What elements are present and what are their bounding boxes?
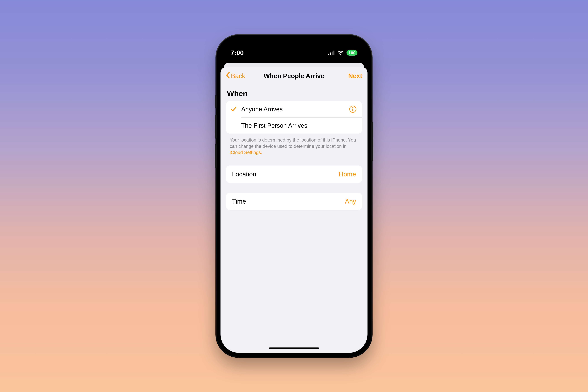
svg-rect-3 [333, 50, 334, 55]
next-label: Next [348, 72, 362, 80]
dynamic-island [270, 45, 318, 59]
when-options-card: Anyone Arrives The First Person Arrives [226, 101, 362, 134]
option-label: The First Person Arrives [241, 122, 356, 129]
status-right-cluster: 100 [328, 50, 358, 56]
wifi-icon [338, 50, 344, 55]
location-row[interactable]: Location Home [226, 166, 362, 183]
time-value: Any [345, 198, 356, 205]
location-key: Location [232, 170, 256, 178]
status-time: 7:00 [230, 49, 244, 56]
option-anyone-arrives[interactable]: Anyone Arrives [226, 101, 362, 117]
page-title: When People Arrive [251, 72, 337, 80]
side-button-silence [215, 95, 216, 108]
side-button-power [372, 122, 373, 161]
chevron-left-icon [226, 72, 230, 80]
location-card: Location Home [226, 166, 362, 183]
footer-note-text: Your location is determined by the locat… [230, 137, 356, 149]
back-label: Back [231, 72, 245, 80]
back-button[interactable]: Back [226, 72, 251, 80]
battery-indicator: 100 [346, 50, 358, 56]
checkmark-icon [226, 106, 241, 112]
modal-sheet: Back When People Arrive Next When [220, 67, 368, 353]
next-button[interactable]: Next [337, 72, 362, 80]
screen: 7:00 [220, 39, 368, 353]
svg-rect-0 [328, 54, 330, 55]
phone-frame: 7:00 [216, 35, 372, 357]
time-card: Time Any [226, 193, 362, 210]
location-footer-note: Your location is determined by the locat… [226, 134, 362, 156]
option-label: Anyone Arrives [241, 106, 349, 113]
content-scroll[interactable]: When Anyone Arrives [220, 85, 368, 353]
svg-rect-6 [352, 108, 353, 111]
cellular-signal-icon [328, 50, 335, 55]
nav-bar: Back When People Arrive Next [220, 67, 368, 85]
svg-rect-1 [330, 52, 331, 55]
home-indicator[interactable] [269, 348, 319, 349]
info-circle-icon [349, 106, 356, 113]
location-value: Home [339, 170, 356, 178]
section-header-when: When [227, 89, 361, 98]
side-button-volume-down [215, 144, 216, 168]
info-button[interactable] [349, 106, 356, 113]
svg-point-5 [352, 107, 353, 108]
svg-rect-2 [332, 52, 333, 55]
time-row[interactable]: Time Any [226, 193, 362, 210]
icloud-settings-link[interactable]: iCloud Settings. [230, 150, 262, 155]
battery-level-text: 100 [348, 50, 356, 55]
side-button-volume-up [215, 115, 216, 138]
time-key: Time [232, 198, 246, 205]
option-first-person-arrives[interactable]: The First Person Arrives [241, 117, 362, 134]
